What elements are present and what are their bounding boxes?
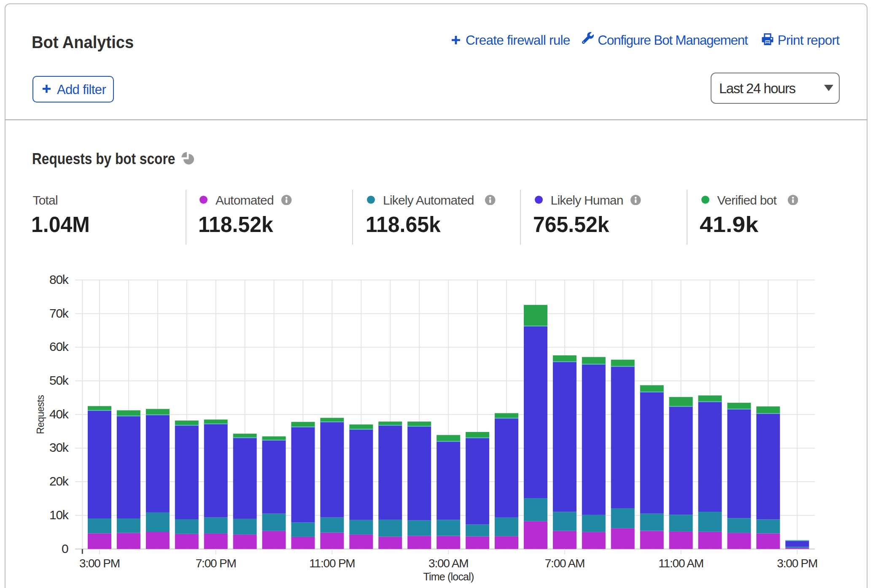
svg-text:50k: 50k <box>49 373 69 387</box>
svg-text:3:00 PM: 3:00 PM <box>777 557 817 570</box>
svg-text:3:00 PM: 3:00 PM <box>79 557 120 570</box>
svg-text:70k: 70k <box>49 306 69 320</box>
svg-text:20k: 20k <box>49 474 69 488</box>
svg-text:Requests: Requests <box>35 395 46 434</box>
svg-text:Time (local): Time (local) <box>423 571 474 583</box>
svg-text:0: 0 <box>62 542 68 556</box>
svg-text:7:00 AM: 7:00 AM <box>545 557 585 570</box>
svg-text:80k: 80k <box>49 272 69 286</box>
svg-text:3:00 AM: 3:00 AM <box>428 557 468 570</box>
svg-text:30k: 30k <box>49 440 69 454</box>
svg-text:10k: 10k <box>49 508 69 522</box>
svg-text:40k: 40k <box>49 407 69 421</box>
svg-text:60k: 60k <box>49 340 69 353</box>
svg-text:7:00 PM: 7:00 PM <box>196 557 236 570</box>
svg-text:11:00 PM: 11:00 PM <box>309 557 355 570</box>
svg-text:11:00 AM: 11:00 AM <box>658 557 703 570</box>
